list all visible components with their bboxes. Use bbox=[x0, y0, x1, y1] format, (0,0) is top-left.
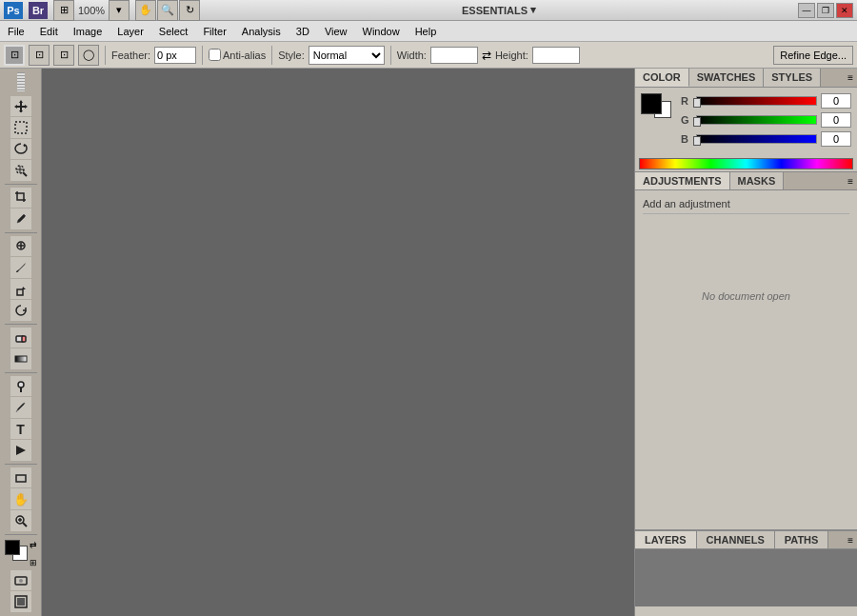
screen-mode-btn[interactable]: ⊞ bbox=[53, 0, 74, 21]
tool-sep-2 bbox=[5, 232, 37, 233]
tab-paths[interactable]: PATHS bbox=[775, 531, 829, 548]
green-channel-row: G bbox=[681, 112, 851, 128]
red-slider-thumb[interactable] bbox=[693, 98, 701, 108]
marquee-tool-btn[interactable] bbox=[10, 117, 31, 138]
eraser-tool-btn[interactable] bbox=[10, 328, 31, 348]
tab-adjustments[interactable]: ADJUSTMENTS bbox=[635, 172, 730, 189]
eyedropper-tool-btn[interactable] bbox=[10, 209, 31, 229]
menu-file[interactable]: File bbox=[0, 24, 32, 39]
svg-point-15 bbox=[18, 382, 24, 387]
dodge-tool-btn[interactable] bbox=[10, 376, 31, 397]
tab-color[interactable]: COLOR bbox=[635, 69, 689, 87]
hand-tool-btn[interactable]: ✋ bbox=[10, 488, 31, 509]
clone-tool-btn[interactable] bbox=[10, 279, 31, 300]
essentials-btn[interactable]: ESSENTIALS ▾ bbox=[462, 4, 536, 16]
green-value-input[interactable] bbox=[821, 112, 851, 128]
color-spectrum-bar[interactable] bbox=[639, 158, 853, 169]
color-fg-swatch[interactable] bbox=[641, 93, 662, 114]
blue-value-input[interactable] bbox=[821, 131, 851, 147]
selection-rect-btn[interactable]: ⊡ bbox=[4, 45, 25, 66]
layers-panel-menu-btn[interactable]: ≡ bbox=[844, 531, 857, 548]
right-panel: COLOR SWATCHES STYLES ≡ R bbox=[634, 69, 857, 616]
color-panel: COLOR SWATCHES STYLES ≡ R bbox=[635, 69, 857, 172]
tab-channels[interactable]: CHANNELS bbox=[697, 531, 775, 548]
history-brush-btn[interactable] bbox=[10, 300, 31, 321]
antialias-checkbox[interactable] bbox=[209, 49, 221, 61]
sep4 bbox=[390, 46, 391, 65]
menu-filter[interactable]: Filter bbox=[195, 24, 233, 39]
crop-tool-btn[interactable] bbox=[10, 188, 31, 209]
tool-sep-4 bbox=[5, 372, 37, 373]
green-slider-thumb[interactable] bbox=[693, 117, 701, 127]
adjustments-panel-menu-btn[interactable]: ≡ bbox=[844, 172, 857, 189]
quick-mask-btn[interactable] bbox=[10, 570, 31, 591]
shape-tool-btn[interactable] bbox=[10, 467, 31, 488]
sep3 bbox=[271, 46, 272, 65]
svg-point-24 bbox=[19, 579, 23, 583]
red-slider[interactable] bbox=[696, 96, 817, 106]
sep2 bbox=[202, 46, 203, 65]
color-swatch-area[interactable]: ⊞ ⇄ bbox=[5, 540, 37, 567]
screen-mode-toggle-btn[interactable] bbox=[10, 591, 31, 612]
adjustments-tabs: ADJUSTMENTS MASKS ≡ bbox=[635, 172, 857, 190]
move-tool-btn[interactable] bbox=[10, 96, 31, 117]
tab-swatches[interactable]: SWATCHES bbox=[689, 69, 765, 87]
toolbox: T ✋ ⊞ ⇄ bbox=[0, 69, 42, 616]
menu-edit[interactable]: Edit bbox=[32, 24, 66, 39]
menu-help[interactable]: Help bbox=[408, 24, 445, 39]
add-adjustment-label: Add an adjustment bbox=[643, 198, 849, 214]
hand-nav-btn[interactable]: ✋ bbox=[135, 0, 156, 21]
svg-rect-13 bbox=[22, 336, 26, 342]
heal-tool-btn[interactable] bbox=[10, 236, 31, 257]
blue-slider[interactable] bbox=[696, 134, 817, 144]
red-value-input[interactable] bbox=[821, 93, 851, 109]
menu-image[interactable]: Image bbox=[66, 24, 110, 39]
selection-round-btn[interactable]: ◯ bbox=[78, 45, 99, 66]
zoom-picker-btn[interactable]: ▾ bbox=[109, 0, 130, 21]
refine-edge-btn[interactable]: Refine Edge... bbox=[773, 46, 853, 65]
layers-section: LAYERS CHANNELS PATHS ≡ bbox=[635, 530, 857, 616]
menu-window[interactable]: Window bbox=[355, 24, 408, 39]
zoom-tool-btn[interactable] bbox=[10, 510, 31, 531]
feather-input[interactable] bbox=[154, 47, 196, 64]
restore-btn[interactable]: ❐ bbox=[817, 3, 834, 18]
brush-tool-btn[interactable] bbox=[10, 257, 31, 278]
pen-tool-btn[interactable] bbox=[10, 397, 31, 418]
menu-select[interactable]: Select bbox=[151, 24, 196, 39]
swap-wh-btn[interactable]: ⇄ bbox=[482, 49, 491, 62]
height-input[interactable] bbox=[532, 47, 580, 64]
style-select[interactable]: Normal Fixed Ratio Fixed Size bbox=[309, 46, 385, 65]
zoom-nav-btn[interactable]: 🔍 bbox=[157, 0, 178, 21]
br-icon[interactable]: Br bbox=[29, 2, 48, 19]
lasso-tool-btn[interactable] bbox=[10, 139, 31, 160]
gradient-tool-btn[interactable] bbox=[10, 348, 31, 369]
rotate-nav-btn[interactable]: ↻ bbox=[179, 0, 200, 21]
tool-sep-1 bbox=[5, 184, 37, 185]
quick-select-tool-btn[interactable] bbox=[10, 160, 31, 181]
type-tool-btn[interactable]: T bbox=[10, 419, 31, 440]
width-input[interactable] bbox=[430, 47, 478, 64]
menu-analysis[interactable]: Analysis bbox=[234, 24, 289, 39]
color-panel-content: R G bbox=[635, 88, 857, 156]
menu-layer[interactable]: Layer bbox=[110, 24, 151, 39]
adjustments-content: Add an adjustment No document open bbox=[635, 190, 857, 309]
reset-colors-btn[interactable]: ⊞ bbox=[30, 558, 37, 567]
color-panel-menu-btn[interactable]: ≡ bbox=[844, 69, 857, 87]
svg-line-1 bbox=[24, 145, 25, 147]
adjustments-panel: ADJUSTMENTS MASKS ≡ Add an adjustment No… bbox=[635, 172, 857, 530]
tool-sep-3 bbox=[5, 324, 37, 325]
menu-view[interactable]: View bbox=[317, 24, 355, 39]
close-btn[interactable]: ✕ bbox=[836, 3, 853, 18]
blue-slider-thumb[interactable] bbox=[693, 136, 701, 146]
selection-add-btn[interactable]: ⊡ bbox=[53, 45, 74, 66]
tab-layers[interactable]: LAYERS bbox=[635, 531, 697, 548]
swap-colors-btn[interactable]: ⇄ bbox=[30, 540, 37, 549]
fg-color-swatch[interactable] bbox=[5, 540, 20, 555]
tab-styles[interactable]: STYLES bbox=[764, 69, 821, 87]
green-slider[interactable] bbox=[696, 115, 817, 125]
tab-masks[interactable]: MASKS bbox=[730, 172, 785, 189]
minimize-btn[interactable]: — bbox=[798, 3, 815, 18]
menu-3d[interactable]: 3D bbox=[289, 24, 317, 39]
selection-rect-fixed-btn[interactable]: ⊡ bbox=[29, 45, 50, 66]
path-select-tool-btn[interactable] bbox=[10, 440, 31, 461]
